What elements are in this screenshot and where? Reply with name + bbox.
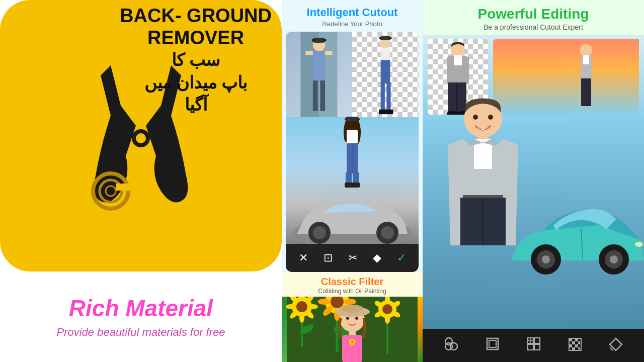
svg-rect-20 (381, 60, 390, 83)
svg-rect-10 (314, 38, 324, 43)
svg-rect-112 (489, 340, 496, 347)
sunflower-girl-svg (330, 302, 375, 362)
toolbar-frame-icon[interactable] (486, 337, 500, 354)
sunflower-image (282, 297, 423, 362)
toolbar-cutout-icon[interactable] (444, 336, 459, 355)
svg-point-82 (351, 340, 354, 343)
urdu-line3: آگیا (185, 95, 207, 114)
main-editing-image (286, 117, 419, 244)
svg-rect-115 (528, 344, 533, 350)
checkerboard-icon-svg (568, 337, 582, 351)
svg-rect-120 (569, 338, 572, 341)
toolbar-mosaic-icon[interactable] (527, 337, 541, 354)
svg-point-27 (313, 226, 326, 239)
headline-overlay: BACK- GROUND REMOVER سب کا باپ میدان میں… (120, 5, 272, 116)
svg-point-69 (385, 315, 390, 324)
powerful-editing-subtitle: Be a professional Cutout Expert (428, 23, 639, 31)
intelligent-cutout-header: Intelligent Cutout Redefine Your Photo (282, 0, 423, 32)
svg-point-110 (445, 343, 452, 350)
svg-rect-13 (320, 80, 325, 111)
cutout-icon-svg (444, 336, 459, 351)
left-bottom: Rich Material Provide beautiful material… (0, 272, 282, 362)
headline-line1: BACK- (120, 5, 181, 26)
svg-rect-24 (386, 110, 393, 114)
rich-material-subtitle: Provide beautiful materials for free (56, 326, 225, 339)
svg-point-42 (296, 301, 307, 312)
svg-point-94 (488, 115, 493, 120)
headline-urdu: سب کا باپ میدان میں آگیا (120, 49, 272, 116)
svg-rect-123 (578, 341, 580, 344)
svg-point-64 (382, 304, 392, 314)
before-figure-svg (286, 32, 352, 117)
teal-car-svg (508, 185, 644, 296)
right-toolbar[interactable] (423, 329, 644, 362)
svg-point-29 (381, 226, 394, 239)
intelligent-cutout-subtitle: Redefine Your Photo (287, 20, 418, 28)
svg-rect-126 (572, 347, 575, 350)
svg-point-106 (635, 242, 643, 247)
powerful-editing-title: Powerful Editing (428, 6, 639, 22)
svg-point-77 (346, 317, 349, 320)
powerful-editing-header: Powerful Editing Be a professional Cutou… (423, 0, 644, 35)
svg-rect-122 (572, 341, 575, 344)
svg-rect-124 (569, 344, 572, 347)
svg-point-48 (299, 313, 304, 323)
svg-point-46 (308, 304, 318, 309)
toolbar-eraser-icon[interactable]: ◆ (373, 251, 381, 264)
woman-figure-svg (335, 113, 370, 214)
svg-rect-22 (386, 82, 390, 112)
right-panel: Powerful Editing Be a professional Cutou… (423, 0, 644, 362)
middle-panel: Intelligent Cutout Redefine Your Photo (282, 0, 423, 362)
urdu-line1: سب کا (172, 50, 220, 69)
svg-rect-114 (534, 338, 540, 343)
frame-icon-svg (486, 337, 500, 351)
svg-rect-5 (116, 184, 131, 191)
svg-point-1 (136, 133, 146, 143)
svg-rect-116 (534, 344, 540, 350)
svg-rect-33 (347, 130, 358, 144)
classic-filter-subtitle: Colliding with Oil Painting (287, 288, 418, 295)
svg-rect-39 (352, 183, 360, 188)
svg-point-50 (286, 304, 296, 309)
svg-point-105 (610, 255, 618, 263)
svg-point-102 (542, 255, 550, 263)
svg-point-93 (473, 115, 478, 120)
toolbar-close-icon[interactable]: ✕ (299, 251, 308, 264)
svg-rect-91 (581, 78, 591, 106)
after-figure-svg (352, 32, 419, 117)
phone-toolbar[interactable]: ✕ ⊡ ✂ ◆ ✓ (286, 244, 419, 272)
svg-point-78 (355, 317, 358, 320)
erase-icon-svg (609, 337, 623, 351)
before-after-container (286, 32, 419, 117)
toolbar-select-icon[interactable]: ⊡ (324, 251, 333, 264)
svg-rect-15 (325, 51, 333, 55)
svg-point-76 (341, 305, 363, 313)
svg-rect-121 (575, 338, 578, 341)
cutout-phone-mockup: ✕ ⊡ ✂ ◆ ✓ (286, 32, 419, 272)
svg-rect-19 (381, 48, 390, 61)
svg-rect-125 (575, 344, 578, 347)
classic-filter-section: Classic Filter Colliding with Oil Painti… (282, 272, 423, 297)
toolbar-erase-icon[interactable] (609, 337, 623, 353)
left-panel: BACK- GROUND REMOVER سب کا باپ میدان میں… (0, 0, 282, 362)
headline-line3: REMOVER (147, 27, 244, 48)
svg-line-128 (610, 347, 613, 350)
toolbar-check-icon[interactable]: ✓ (397, 251, 406, 264)
svg-rect-84 (454, 55, 462, 65)
classic-filter-title: Classic Filter (287, 276, 418, 288)
toolbar-transparent-icon[interactable] (568, 337, 582, 353)
toolbar-scissors-icon[interactable]: ✂ (348, 251, 357, 264)
svg-rect-18 (381, 36, 389, 40)
svg-point-61 (318, 299, 330, 305)
right-content-area (423, 35, 644, 329)
svg-rect-90 (583, 55, 589, 64)
rich-material-title: Rich Material (69, 295, 213, 322)
app-icon-container: BACK- GROUND REMOVER سب کا باپ میدان میں… (0, 0, 282, 272)
svg-rect-14 (305, 51, 313, 55)
svg-rect-12 (313, 80, 318, 111)
svg-rect-11 (313, 51, 325, 82)
before-image (286, 32, 352, 117)
urdu-line2: باپ میدان میں (144, 73, 247, 92)
svg-rect-32 (346, 117, 358, 121)
svg-point-89 (580, 44, 592, 56)
